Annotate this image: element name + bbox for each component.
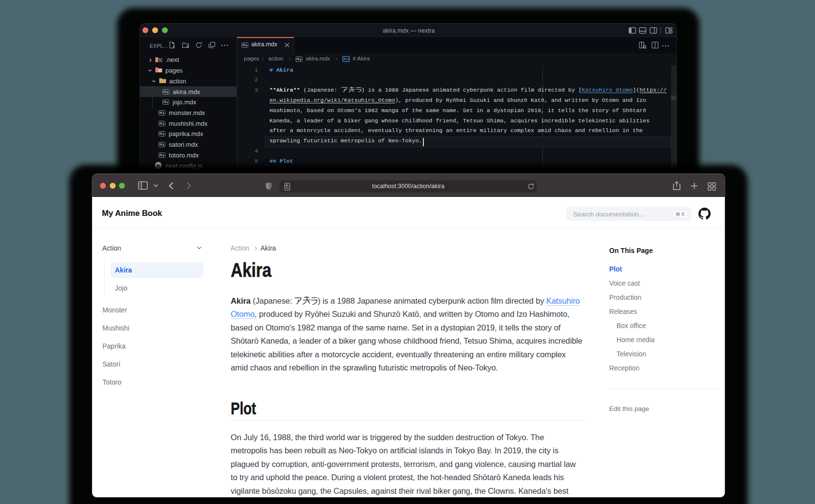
svg-text:N: N	[157, 163, 159, 168]
svg-text:N: N	[159, 58, 161, 62]
